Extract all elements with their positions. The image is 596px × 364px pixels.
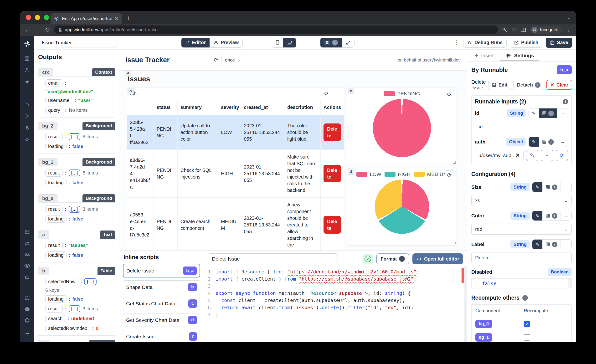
cell-id[interactable]: a0553-e-4d56-d-f7d5c3c2 [127, 197, 154, 250]
output-row[interactable]: queryNo items [45, 107, 112, 114]
script-item-status-chart[interactable]: Get Status Chart Datac [123, 297, 200, 310]
component-tag-d[interactable]: d [348, 169, 354, 175]
output-key[interactable]: bg_2 [38, 122, 58, 130]
discord-icon[interactable] [24, 307, 30, 312]
desktop-view-button[interactable] [283, 38, 296, 47]
close-tab-icon[interactable]: ✕ [115, 16, 119, 22]
edit-resource-button[interactable]: ✎ [526, 150, 538, 161]
groups-users-icon[interactable] [24, 252, 30, 257]
runs-play-icon[interactable] [25, 114, 30, 119]
legend-item[interactable]: HIGH [385, 171, 410, 177]
script-item-shape-data[interactable]: Shape Datab [123, 280, 200, 294]
eval-arrow-button[interactable]: → [560, 211, 571, 221]
folders-icon[interactable] [25, 240, 30, 246]
table-search-input[interactable]: rch... [127, 89, 211, 98]
cell-summary[interactable]: Create search component [178, 197, 218, 250]
connect-grid-button[interactable]: i [542, 240, 560, 249]
col-header-description[interactable]: description [284, 100, 321, 115]
debug-runs-button[interactable]: Debug Runs [463, 38, 507, 48]
col-header-actions[interactable]: Actions [321, 100, 344, 115]
app-refresh-button[interactable]: ⟳ [210, 55, 221, 65]
component-tag-a[interactable]: a [125, 71, 131, 76]
bookmark-star-icon[interactable]: ☆ [511, 26, 517, 33]
component-tag-c[interactable]: c [348, 88, 354, 94]
output-row[interactable]: selectedRow{...}6 keys , [45, 278, 112, 293]
delete-row-button[interactable]: Delete [323, 216, 341, 234]
legend-item[interactable]: MEDIUM [414, 171, 447, 177]
docs-book-icon[interactable] [25, 295, 30, 301]
info-icon[interactable]: i [563, 99, 568, 104]
connect-grid-button[interactable]: i [542, 182, 560, 192]
github-icon[interactable] [25, 318, 30, 323]
output-row[interactable]: email"user@windmill.dev" [45, 79, 112, 94]
expand-array-button[interactable]: [...] [69, 206, 81, 213]
user-icon[interactable] [25, 67, 30, 73]
col-header-severity[interactable]: severity [218, 100, 241, 115]
forward-icon[interactable]: → [35, 26, 41, 34]
severity-pie-chart[interactable] [375, 179, 429, 234]
output-row[interactable]: loadingfalse [45, 252, 112, 259]
cell-severity[interactable]: LOW [218, 115, 241, 149]
cell-status[interactable]: PENDING [154, 149, 178, 197]
output-key[interactable]: a [38, 230, 49, 239]
output-row[interactable]: loadingfalse [45, 143, 112, 150]
table-component[interactable]: b rch... ⟳ status summary severity [127, 87, 344, 250]
add-resource-button[interactable]: + [541, 150, 553, 161]
refresh-mode-dropdown[interactable]: once⌄ [222, 55, 244, 65]
cell-summary[interactable]: Update call-to-action button color [178, 115, 218, 149]
cell-id[interactable]: a8d96-7-4d2d-4-e4143b8fa [127, 149, 154, 197]
connect-grid-button[interactable]: i [539, 137, 557, 147]
output-key[interactable]: bg_1 [38, 158, 58, 166]
mobile-view-button[interactable] [272, 38, 283, 47]
eval-arrow-button[interactable]: → [560, 182, 571, 192]
clear-button[interactable]: ✕Clear [546, 80, 572, 90]
tab-search-chevron-icon[interactable]: ⌄ [567, 15, 571, 21]
password-key-icon[interactable] [502, 27, 507, 33]
chart-refresh-button[interactable]: ⟳ [445, 171, 454, 180]
cell-description[interactable]: Make sure that SQL can not be injected w… [284, 149, 321, 197]
cell-summary[interactable]: Check for SQL injections [178, 149, 218, 197]
output-key[interactable]: b [38, 267, 49, 275]
refresh-resource-button[interactable]: ⟳ [556, 150, 568, 161]
new-tab-button[interactable]: + [126, 14, 130, 22]
zoom-window-button[interactable] [44, 15, 49, 20]
cell-created-at[interactable]: 2023-01-25T16:13:53.244055 [241, 149, 284, 197]
col-header-id[interactable] [127, 100, 154, 115]
output-row[interactable]: searchundefined [45, 315, 112, 322]
script-item-create-issue[interactable]: Create Issuer [123, 330, 200, 342]
clear-x-icon[interactable]: ✕ [515, 152, 520, 158]
collapse-arrow-icon[interactable]: → [24, 329, 30, 336]
static-pencil-button[interactable]: ✎ [529, 137, 539, 147]
browser-tab[interactable]: Edit App u/user/issue-tracker ✕ [51, 13, 122, 24]
cell-description[interactable]: The color should be light blue [284, 115, 321, 149]
severity-pie-component[interactable]: d LOW HIGH MEDIUM ⟳ [347, 168, 457, 245]
resize-handle[interactable] [453, 242, 455, 244]
status-pie-chart[interactable] [373, 99, 431, 157]
recompute-checkbox[interactable] [524, 334, 530, 341]
app-name-input[interactable]: Issue Tracker [38, 38, 117, 47]
address-bar[interactable]: app.windmill.dev/apps/edit/u/user/issue-… [54, 25, 498, 34]
col-header-status[interactable]: status [154, 100, 178, 115]
eval-arrow-button[interactable]: → [557, 137, 568, 147]
eval-arrow-button[interactable]: → [560, 240, 571, 249]
output-row[interactable]: result[...]8 items , [45, 133, 112, 141]
component-badge[interactable]: bg_0 [475, 320, 492, 328]
auth-resource-input[interactable]: u/user/my_sup...✕ [475, 150, 523, 161]
toolbar-kebab-icon[interactable]: ⋮ [454, 39, 460, 46]
resources-icon[interactable] [25, 137, 30, 142]
open-full-editor-button[interactable]: Open full editor [412, 253, 463, 264]
schedules-calendar-icon[interactable] [25, 229, 30, 234]
id-value-input[interactable]: id [475, 121, 568, 132]
cell-status[interactable]: PENDING [154, 197, 178, 250]
incognito-chip[interactable]: Incognito [530, 26, 562, 34]
cell-id[interactable]: 208f5-5-428a-f-ff0a2962 [127, 115, 154, 149]
output-key[interactable]: ctx [38, 68, 53, 76]
legend-item[interactable]: LOW [356, 171, 381, 177]
editor-mode-button[interactable]: Editor [181, 38, 209, 47]
table-refresh-icon[interactable]: ⟳ [324, 91, 329, 97]
legend-item[interactable]: PENDING [384, 91, 420, 97]
fullscreen-button[interactable] [342, 38, 354, 47]
code-editor[interactable]: 1import { Resource } from "https://deno.… [204, 266, 467, 342]
back-icon[interactable]: ← [25, 26, 31, 34]
script-name-input[interactable]: Delete Issue [208, 253, 338, 264]
